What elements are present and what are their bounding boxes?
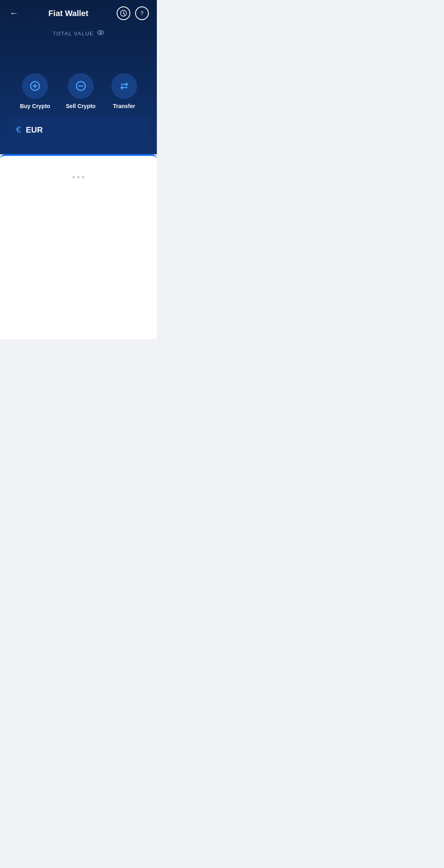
loading-indicator — [8, 164, 149, 186]
buy-crypto-label: Buy Crypto — [20, 103, 50, 109]
history-icon[interactable]: $ — [117, 6, 130, 20]
eur-section[interactable]: € EUR — [8, 117, 149, 142]
transfer-icon — [111, 73, 137, 99]
gray-background — [0, 339, 157, 500]
dot-1 — [72, 176, 75, 178]
top-bar: ← Fiat Wallet $ ? — [8, 6, 149, 20]
transfer-label: Transfer — [113, 103, 135, 109]
svg-point-2 — [98, 31, 104, 35]
top-icons: $ ? — [117, 6, 149, 20]
content-section — [0, 154, 157, 339]
buy-crypto-button[interactable]: Buy Crypto — [20, 73, 50, 109]
eur-currency: EUR — [26, 125, 43, 135]
sell-crypto-button[interactable]: Sell Crypto — [66, 73, 96, 109]
total-value-amount — [8, 40, 149, 61]
visibility-icon[interactable] — [97, 30, 104, 37]
action-buttons: Buy Crypto Sell Crypto Transfer — [8, 73, 149, 109]
sell-crypto-label: Sell Crypto — [66, 103, 96, 109]
transfer-button[interactable]: Transfer — [111, 73, 137, 109]
eur-symbol: € — [16, 125, 21, 135]
buy-crypto-icon — [22, 73, 48, 99]
dot-2 — [77, 176, 80, 178]
svg-point-3 — [100, 32, 102, 34]
dot-3 — [82, 176, 84, 178]
total-value-section: TOTAL VALUE — [8, 30, 149, 61]
header-section: ← Fiat Wallet $ ? TOTAL VALUE — [0, 0, 157, 154]
back-button[interactable]: ← — [8, 6, 20, 20]
page-title: Fiat Wallet — [20, 9, 117, 18]
sell-crypto-icon — [68, 73, 94, 99]
total-value-label: TOTAL VALUE — [8, 30, 149, 37]
help-icon[interactable]: ? — [135, 6, 149, 20]
transactions-card — [0, 154, 157, 339]
